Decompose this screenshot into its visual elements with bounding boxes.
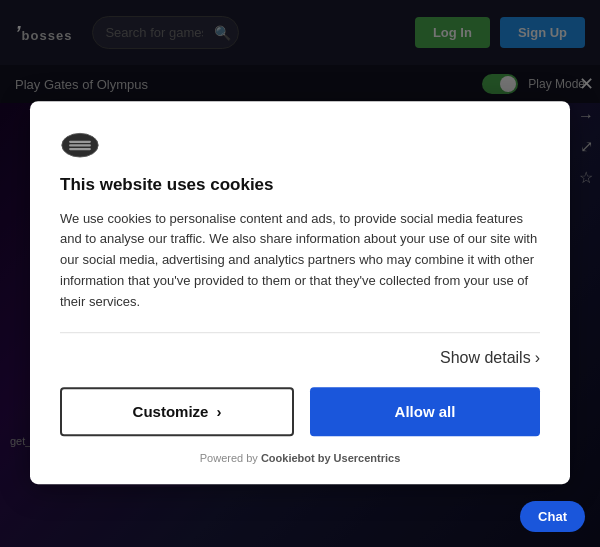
show-details-row: Show details › <box>60 350 540 368</box>
cookiebot-logo-svg <box>60 131 100 159</box>
chat-button[interactable]: Chat <box>520 501 585 532</box>
customize-chevron-icon: › <box>216 404 221 421</box>
cookiebot-logo <box>60 131 540 163</box>
svg-rect-4 <box>69 147 91 149</box>
cookie-body-text: We use cookies to personalise content an… <box>60 209 540 313</box>
cookie-action-buttons: Customize › Allow all <box>60 388 540 437</box>
powered-by-text: Powered by <box>200 453 258 465</box>
svg-rect-2 <box>69 140 91 142</box>
cookie-modal: This website uses cookies We use cookies… <box>30 101 570 485</box>
cookie-divider <box>60 333 540 334</box>
customize-button[interactable]: Customize › <box>60 388 294 437</box>
show-details-chevron-icon: › <box>535 350 540 368</box>
svg-rect-3 <box>69 144 91 146</box>
powered-by: Powered by Cookiebot by Usercentrics <box>60 453 540 465</box>
cookie-title: This website uses cookies <box>60 175 540 195</box>
cookiebot-link[interactable]: Cookiebot by Usercentrics <box>261 453 400 465</box>
show-details-button[interactable]: Show details › <box>440 350 540 368</box>
customize-label: Customize <box>133 404 209 421</box>
show-details-label: Show details <box>440 350 531 368</box>
allow-all-button[interactable]: Allow all <box>310 388 540 437</box>
